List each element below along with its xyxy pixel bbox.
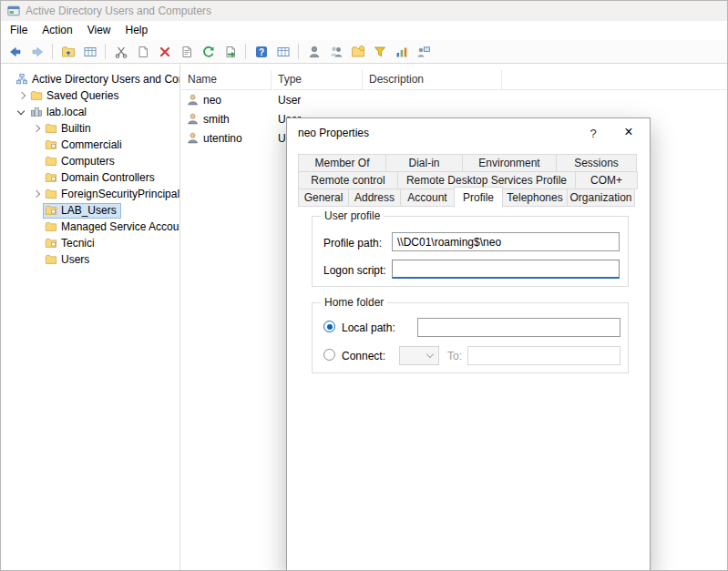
- tab-general[interactable]: General: [298, 189, 349, 207]
- help-button[interactable]: ?: [251, 42, 272, 62]
- chart-button[interactable]: [391, 42, 412, 62]
- tab-member-of[interactable]: Member Of: [298, 154, 386, 172]
- column-header-name[interactable]: Name: [181, 70, 272, 89]
- folder-ou-icon: [45, 138, 57, 151]
- tree-item-lab-users[interactable]: LAB_Users: [1, 202, 179, 219]
- tree-item-computers[interactable]: Computers: [1, 153, 179, 169]
- expander-icon[interactable]: [32, 123, 41, 134]
- show-console-tree-button[interactable]: [79, 42, 100, 62]
- scissors-icon: [114, 45, 128, 59]
- grid-icon: [276, 45, 291, 59]
- aduc-window: Active Directory Users and Computers Fil…: [0, 0, 728, 571]
- tab-sessions[interactable]: Sessions: [556, 154, 637, 172]
- folder-ou-icon: [45, 237, 57, 250]
- expander-icon: [32, 221, 41, 232]
- expander-icon[interactable]: [17, 90, 26, 101]
- tree-item-commerciali[interactable]: Commerciali: [1, 137, 179, 153]
- tab-dial-in[interactable]: Dial-in: [385, 154, 463, 172]
- dialog-help-button[interactable]: ?: [584, 125, 602, 141]
- back-button[interactable]: [5, 42, 26, 62]
- tab-environment[interactable]: Environment: [462, 154, 557, 172]
- new-ou-button[interactable]: [347, 42, 368, 62]
- tree-item-label: Active Directory Users and Computers: [32, 73, 180, 86]
- user-icon: [187, 94, 200, 107]
- dialog-close-button[interactable]: ×: [619, 123, 639, 141]
- tree-item-managed-service-accounts[interactable]: Managed Service Accounts: [1, 219, 179, 235]
- tree-item-domain-controllers[interactable]: Domain Controllers: [1, 169, 179, 186]
- tree-item-builtin[interactable]: Builtin: [1, 120, 179, 137]
- new-group-button[interactable]: [325, 42, 346, 62]
- delegation-button[interactable]: [413, 42, 434, 62]
- tree-item-label: Tecnici: [61, 237, 95, 250]
- domain-icon: [30, 106, 43, 118]
- user-name: neo: [203, 94, 221, 107]
- tree-item-label: Commerciali: [61, 138, 122, 151]
- properties-button[interactable]: [176, 42, 197, 62]
- list-row-neo[interactable]: neoUser: [181, 90, 727, 109]
- column-header-description[interactable]: Description: [363, 70, 502, 89]
- tree-item-highlight: Users: [43, 252, 94, 268]
- expander-icon[interactable]: [17, 107, 26, 117]
- window-title: Active Directory Users and Computers: [26, 5, 211, 17]
- menu-help[interactable]: Help: [118, 21, 156, 40]
- local-path-input[interactable]: [417, 318, 620, 337]
- profile-path-input[interactable]: [392, 232, 620, 251]
- new-user-button[interactable]: [303, 42, 324, 62]
- export-list-button[interactable]: [220, 42, 241, 62]
- person-add-icon: [307, 45, 322, 59]
- menu-view[interactable]: View: [80, 21, 118, 40]
- tree-item-highlight: ForeignSecurityPrincipals: [43, 187, 180, 202]
- expander-icon[interactable]: [32, 189, 41, 199]
- expander-icon: [32, 238, 41, 249]
- drive-letter-select[interactable]: [399, 346, 439, 365]
- to-input[interactable]: [467, 346, 620, 365]
- arrow-right-icon: [30, 45, 45, 59]
- toolbar-separator: [245, 44, 246, 59]
- help-icon: ?: [254, 45, 269, 59]
- tab-organization[interactable]: Organization: [567, 189, 635, 207]
- copy-button[interactable]: [132, 42, 153, 62]
- tree-item-lab-local[interactable]: lab.local: [1, 104, 179, 120]
- person-monitor-icon: [416, 45, 431, 59]
- column-header-type[interactable]: Type: [272, 70, 363, 89]
- forward-button[interactable]: [26, 42, 47, 62]
- up-one-level-button[interactable]: [57, 42, 78, 62]
- delete-button[interactable]: [154, 42, 175, 62]
- user-profile-group: User profile Profile path: Logon script:: [312, 216, 629, 287]
- tree-item-label: LAB_Users: [61, 204, 117, 217]
- tab-account[interactable]: Account: [400, 189, 455, 207]
- tree-item-label: Domain Controllers: [61, 171, 155, 184]
- tree-item-users[interactable]: Users: [1, 251, 179, 268]
- tree-item-highlight: Computers: [43, 154, 119, 169]
- tab-com[interactable]: COM+: [575, 171, 638, 189]
- tree-item-active-directory-users-and-computers[interactable]: Active Directory Users and Computers: [1, 71, 179, 87]
- tab-address[interactable]: Address: [348, 189, 401, 207]
- tree-item-highlight: LAB_Users: [43, 203, 121, 219]
- cut-button[interactable]: [110, 42, 131, 62]
- refresh-icon: [201, 45, 216, 59]
- tree-item-saved-queries[interactable]: Saved Queries: [1, 87, 179, 104]
- folder-ou-icon: [45, 171, 57, 184]
- connect-radio[interactable]: [323, 349, 335, 361]
- menubar: FileActionViewHelp: [1, 21, 727, 40]
- expander-icon: [32, 254, 41, 265]
- refresh-button[interactable]: [198, 42, 219, 62]
- menu-file[interactable]: File: [3, 21, 35, 40]
- view-options-button[interactable]: [272, 42, 293, 62]
- user-icon: [187, 113, 200, 126]
- tab-profile[interactable]: Profile: [454, 187, 503, 208]
- name-cell: utentino: [181, 132, 272, 145]
- tab-telephones[interactable]: Telephones: [502, 189, 568, 207]
- tree-item-tecnici[interactable]: Tecnici: [1, 235, 179, 251]
- tree-item-foreignsecurityprincipals[interactable]: ForeignSecurityPrincipals: [1, 186, 179, 202]
- menu-action[interactable]: Action: [35, 21, 79, 40]
- toolbar: ?: [1, 40, 727, 64]
- filter-button[interactable]: [369, 42, 390, 62]
- type-cell: User: [272, 94, 363, 107]
- tree-item-label: Users: [61, 253, 89, 266]
- local-path-radio[interactable]: [323, 321, 335, 332]
- grid-icon: [83, 45, 97, 59]
- logon-script-input[interactable]: [392, 260, 620, 279]
- tree-item-label: lab.local: [46, 106, 87, 118]
- tab-remote-control[interactable]: Remote control: [298, 171, 398, 189]
